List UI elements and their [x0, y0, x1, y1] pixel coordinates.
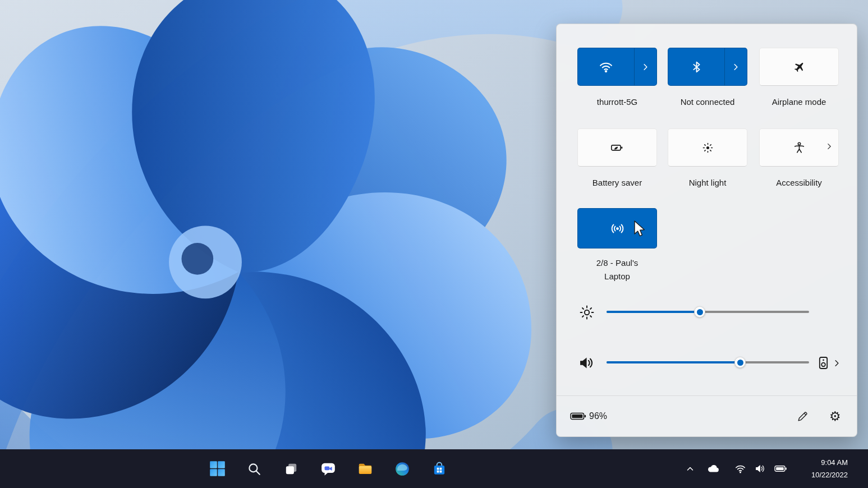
taskbar-tray: 9:04 AM 10/22/2022 [682, 449, 868, 488]
wifi-toggle-main[interactable] [578, 48, 634, 85]
search-button[interactable] [243, 456, 265, 482]
edge-icon [394, 461, 410, 477]
file-explorer-button[interactable] [354, 456, 376, 482]
file-explorer-icon [357, 461, 373, 477]
start-icon [209, 461, 226, 477]
chevron-up-icon [686, 464, 695, 473]
bluetooth-label: Not connected [663, 96, 752, 108]
brightness-slider-thumb[interactable] [694, 306, 705, 317]
battery-saver-icon [610, 141, 624, 154]
taskbar-clock[interactable]: 9:04 AM 10/22/2022 [800, 457, 848, 481]
bluetooth-icon [690, 61, 703, 73]
settings-gear-icon[interactable]: ⚙ [829, 410, 841, 423]
edit-icon[interactable] [797, 411, 809, 422]
chat-button[interactable] [317, 456, 339, 482]
tray-battery-icon [774, 465, 787, 472]
cast-icon [610, 222, 624, 236]
edge-button[interactable] [391, 456, 414, 482]
chevron-right-icon [641, 63, 650, 71]
battery-saver-label: Battery saver [572, 177, 662, 189]
airplane-mode-label: Airplane mode [754, 96, 844, 108]
chevron-right-icon [825, 142, 833, 150]
onedrive-button[interactable] [705, 458, 722, 480]
task-view-button[interactable] [280, 456, 302, 482]
tray-speaker-icon [755, 463, 765, 474]
quick-settings-panel: thurrott-5G Not connected Airplane mode [556, 24, 857, 437]
brightness-slider-fill [607, 311, 700, 313]
audio-output-icon[interactable] [818, 356, 829, 370]
onedrive-cloud-icon [706, 464, 720, 473]
panel-divider [557, 395, 857, 396]
taskbar-app-icons [206, 449, 451, 488]
tray-wifi-icon [735, 463, 746, 474]
mouse-cursor-icon [633, 220, 646, 238]
brightness-slider[interactable] [607, 311, 809, 313]
bluetooth-toggle-button[interactable] [668, 48, 747, 86]
store-icon [431, 461, 447, 477]
volume-slider[interactable] [607, 361, 809, 363]
battery-status[interactable]: 96% [589, 411, 607, 421]
search-icon [247, 462, 261, 476]
wifi-toggle-button[interactable] [577, 48, 657, 86]
wifi-label: thurrott-5G [572, 96, 662, 108]
volume-slider-thumb[interactable] [734, 357, 746, 368]
night-light-toggle-button[interactable] [668, 128, 747, 167]
bluetooth-expand-button[interactable] [724, 48, 747, 85]
clock-time: 9:04 AM [800, 457, 848, 468]
task-view-icon [284, 462, 298, 476]
speaker-icon [578, 355, 594, 371]
accessibility-button[interactable] [759, 128, 839, 167]
system-tray-button[interactable] [729, 458, 793, 480]
night-light-icon [701, 141, 714, 154]
volume-slider-fill [607, 361, 740, 363]
airplane-mode-toggle-button[interactable] [759, 48, 839, 86]
start-button[interactable] [206, 456, 228, 482]
accessibility-icon [793, 141, 806, 154]
battery-saver-toggle-button[interactable] [577, 128, 657, 167]
wifi-icon [599, 60, 613, 73]
chevron-right-icon [732, 63, 740, 71]
tray-overflow-button[interactable] [682, 458, 698, 480]
battery-icon [570, 412, 586, 421]
cast-label: 2/8 - Paul's Laptop [582, 256, 652, 283]
wifi-expand-button[interactable] [634, 48, 656, 85]
desktop: thurrott-5G Not connected Airplane mode [0, 0, 868, 488]
accessibility-label: Accessibility [754, 177, 844, 189]
sun-icon [580, 305, 594, 320]
chat-icon [320, 461, 336, 477]
clock-date: 10/22/2022 [800, 469, 848, 481]
audio-output-chevron-icon[interactable] [833, 359, 841, 367]
taskbar: 9:04 AM 10/22/2022 [0, 449, 868, 488]
airplane-icon [793, 61, 806, 73]
night-light-label: Night light [663, 177, 752, 189]
store-button[interactable] [428, 456, 451, 482]
bluetooth-toggle-main[interactable] [668, 48, 724, 85]
